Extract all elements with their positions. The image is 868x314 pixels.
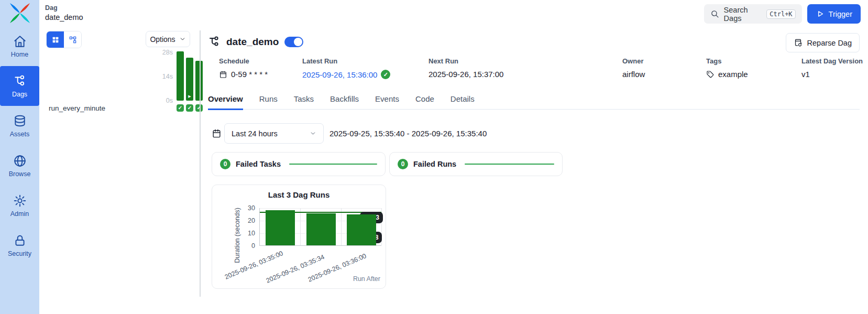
task-run-bar[interactable]: ▶ — [186, 58, 193, 101]
schedule-value: 0-59 * * * * — [231, 70, 268, 79]
tag-icon — [706, 70, 715, 79]
time-range-select[interactable]: Last 24 hours — [224, 123, 324, 144]
trigger-dag-button[interactable]: Trigger — [807, 4, 861, 24]
tab-backfills[interactable]: Backfills — [330, 94, 359, 109]
grid-icon — [51, 36, 60, 44]
info-label: Owner — [622, 57, 706, 65]
search-dags-button[interactable]: Search Dags Ctrl+K — [704, 4, 802, 24]
dag-run-duration-bars: ✓▶✓✓ — [177, 51, 203, 112]
task-state-success-icon[interactable]: ✓ — [177, 104, 184, 112]
dag-icon — [208, 36, 221, 48]
sidebar-item-dags[interactable]: Dags — [0, 66, 39, 106]
tab-tasks[interactable]: Tasks — [294, 94, 314, 109]
sidebar-item-browse[interactable]: Browse — [0, 146, 39, 186]
search-placeholder: Search Dags — [724, 6, 762, 23]
task-state-success-icon[interactable]: ✓ — [195, 104, 203, 112]
dag-title: date_demo — [226, 36, 279, 48]
panel-divider — [200, 30, 201, 297]
task-run-bar[interactable] — [177, 51, 184, 101]
sidebar-item-label: Browse — [9, 170, 31, 178]
failed-runs-card[interactable]: 0 Failed Runs — [389, 152, 563, 176]
latest-run-link[interactable]: 2025-09-26, 15:36:00 — [302, 70, 377, 79]
info-label: Latest Run — [302, 57, 428, 65]
tab-runs[interactable]: Runs — [259, 94, 278, 109]
airflow-logo[interactable] — [7, 1, 32, 25]
chevron-down-icon — [310, 130, 316, 137]
info-owner: Owner airflow — [622, 57, 706, 79]
admin-gear-icon — [13, 194, 27, 208]
task-link-run-every-minute[interactable]: run_every_minute — [49, 104, 105, 112]
info-schedule: Schedule 0-59 * * * * — [219, 57, 302, 79]
sidebar-item-assets[interactable]: Assets — [0, 106, 39, 146]
time-range-text: 2025-09-25, 15:35:40 - 2025-09-26, 15:35… — [329, 129, 487, 138]
dag-info-row: Schedule 0-59 * * * * Latest Run 2025-09… — [219, 57, 863, 79]
reparse-dag-button[interactable]: Reparse Dag — [786, 33, 860, 52]
duration-tick: 28s — [155, 49, 173, 56]
time-range-selected: Last 24 hours — [232, 129, 310, 138]
sidebar-item-home[interactable]: Home — [0, 26, 39, 66]
last-dag-runs-chart-card: Last 3 Dag Runs Duration (seconds) 30 20… — [212, 185, 386, 289]
stat-label: Failed Runs — [413, 160, 456, 168]
options-dropdown[interactable]: Options — [146, 31, 190, 47]
info-label: Tags — [706, 57, 801, 65]
tab-details[interactable]: Details — [451, 94, 475, 109]
app-root: Home Dags Assets — [0, 0, 868, 314]
dag-tabs: Overview Runs Tasks Backfills Events Cod… — [208, 94, 860, 110]
failed-tasks-card[interactable]: 0 Failed Tasks — [212, 152, 386, 176]
sidebar-item-label: Home — [11, 51, 28, 58]
trigger-label: Trigger — [829, 10, 852, 18]
dag-run-bar[interactable] — [347, 214, 376, 245]
y-tick: 30 — [239, 204, 255, 212]
sidebar-item-security[interactable]: Security — [0, 225, 39, 265]
chevron-down-icon — [179, 36, 186, 42]
info-label: Schedule — [219, 57, 302, 65]
search-shortcut-kbd: Ctrl+K — [766, 9, 795, 19]
info-label: Next Run — [428, 57, 622, 65]
stats-row: 0 Failed Tasks 0 Failed Runs — [212, 152, 563, 176]
play-icon — [816, 9, 825, 18]
sidebar-item-label: Assets — [10, 131, 30, 138]
task-state-success-icon[interactable]: ✓ — [186, 104, 193, 112]
sidebar-item-label: Admin — [10, 210, 29, 218]
breadcrumb-page: date_demo — [45, 13, 83, 21]
info-label: Latest Dag Version — [801, 57, 863, 65]
dag-pause-toggle[interactable] — [284, 37, 303, 47]
dag-run-bar[interactable] — [306, 213, 336, 245]
tab-overview[interactable]: Overview — [208, 94, 243, 110]
sidebar-item-admin[interactable]: Admin — [0, 186, 39, 225]
stat-sparkline — [465, 164, 554, 165]
toggle-knob — [294, 38, 302, 46]
stat-sparkline — [289, 164, 377, 165]
calendar-icon — [212, 128, 222, 138]
grid-view-button[interactable] — [47, 31, 64, 48]
graph-icon — [69, 36, 77, 44]
duration-tick: 14s — [155, 73, 173, 80]
task-run-bar[interactable] — [195, 61, 203, 101]
options-label: Options — [150, 35, 175, 44]
dag-header: date_demo — [208, 36, 303, 48]
chart-x-axis-label: Run After — [353, 275, 380, 283]
breadcrumb-section: Dag — [45, 4, 83, 12]
browse-globe-icon — [13, 154, 27, 168]
tab-code[interactable]: Code — [415, 94, 434, 109]
view-mode-toggle — [46, 31, 82, 48]
tab-events[interactable]: Events — [375, 94, 399, 109]
version-value: v1 — [801, 70, 810, 79]
sidebar-nav: Home Dags Assets — [0, 26, 39, 265]
dag-run-bar[interactable] — [266, 210, 295, 245]
sidebar-item-label: Security — [8, 250, 31, 257]
security-lock-icon — [13, 234, 27, 247]
duration-tick: 0s — [155, 97, 173, 104]
stat-label: Failed Tasks — [236, 160, 281, 168]
sidebar-item-label: Dags — [12, 91, 27, 98]
y-tick: 20 — [239, 216, 255, 225]
chart-title: Last 3 Dag Runs — [212, 190, 386, 199]
info-latest-run: Latest Run 2025-09-26, 15:36:00 ✓ — [302, 57, 428, 79]
info-dag-version: Latest Dag Version v1 — [801, 57, 863, 79]
graph-view-button[interactable] — [64, 31, 81, 48]
home-icon — [13, 35, 27, 48]
owner-value: airflow — [622, 70, 645, 79]
manual-run-play-icon: ▶ — [186, 94, 193, 99]
next-run-value: 2025-09-26, 15:37:00 — [428, 70, 503, 79]
reparse-icon — [794, 38, 803, 47]
